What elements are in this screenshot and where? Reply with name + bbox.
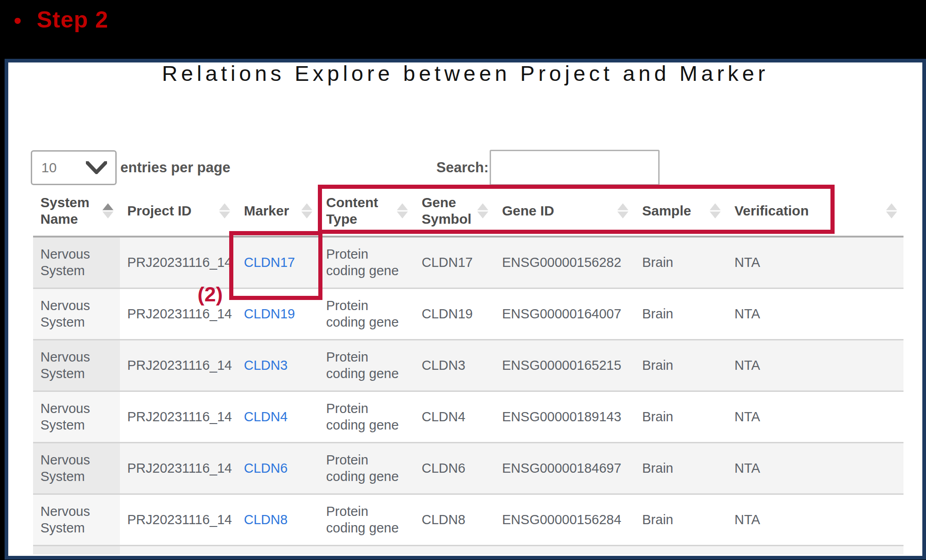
sort-icon xyxy=(301,204,312,219)
step-label: Step 2 xyxy=(37,6,108,33)
cell-project-id: PRJ20231116_14 xyxy=(120,442,237,494)
table-row: Nervous System PRJ20231116_14 CLDN3 Prot… xyxy=(33,339,903,391)
step-bullet-icon: • xyxy=(14,8,21,33)
marker-link[interactable]: CLDN4 xyxy=(244,409,288,424)
cell-content-type: Protein coding gene xyxy=(319,391,414,442)
cell-project-id: PRJ20231116_14 xyxy=(120,339,237,391)
sort-icon xyxy=(477,204,488,219)
marker-link[interactable]: CLDN3 xyxy=(244,358,288,373)
cell-verification: NTA xyxy=(727,391,903,442)
column-header-system-name[interactable]: System Name xyxy=(33,186,120,237)
marker-link[interactable]: CLDN6 xyxy=(244,461,288,475)
column-header-content-type[interactable]: Content Type xyxy=(319,186,414,237)
column-header-label: Content Type xyxy=(326,195,378,226)
cell-system-name: Nervous System xyxy=(33,391,120,442)
column-header-project-id[interactable]: Project ID xyxy=(120,186,237,237)
cell-system-name xyxy=(33,545,120,554)
column-header-label: Sample xyxy=(642,203,691,218)
cell-content-type: Protein coding gene xyxy=(319,288,414,339)
column-header-label: Gene ID xyxy=(502,203,554,218)
cell-content-type xyxy=(319,545,414,554)
cell-marker xyxy=(237,545,319,554)
cell-marker: CLDN17 xyxy=(237,237,319,288)
cell-sample: Brain xyxy=(635,442,727,494)
cell-project-id: PRJ20231116_14 xyxy=(120,237,237,288)
cell-sample xyxy=(635,545,727,554)
cell-gene-id xyxy=(495,545,635,554)
cell-project-id: PRJ20231116_14 xyxy=(120,494,237,545)
table-row: Nervous System PRJ20231116_14 CLDN19 Pro… xyxy=(33,288,903,339)
cell-marker: CLDN6 xyxy=(237,442,319,494)
column-header-label: Gene Symbol xyxy=(422,195,471,226)
cell-project-id: PRJ20231116_14 xyxy=(120,391,237,442)
column-header-gene-id[interactable]: Gene ID xyxy=(495,186,635,237)
table-header-row: System Name Project ID Marker Content Ty… xyxy=(33,186,903,237)
table-row: Nervous System PRJ20231116_14 CLDN17 Pro… xyxy=(33,237,903,288)
relations-table: System Name Project ID Marker Content Ty… xyxy=(33,186,903,554)
cell-sample: Brain xyxy=(635,288,727,339)
cell-verification: NTA xyxy=(727,494,903,545)
marker-link[interactable]: CLDN17 xyxy=(244,255,295,270)
cell-gene-id: ENSG00000165215 xyxy=(495,339,635,391)
search-label: Search: xyxy=(436,150,489,185)
cell-sample: Brain xyxy=(635,494,727,545)
relations-table-wrap: System Name Project ID Marker Content Ty… xyxy=(33,186,903,554)
cell-sample: Brain xyxy=(635,339,727,391)
column-header-sample[interactable]: Sample xyxy=(635,186,727,237)
marker-link[interactable]: CLDN19 xyxy=(244,306,295,321)
column-header-marker[interactable]: Marker xyxy=(237,186,319,237)
cell-verification xyxy=(727,545,903,554)
cell-gene-symbol: CLDN8 xyxy=(414,494,495,545)
cell-gene-id: ENSG00000184697 xyxy=(495,442,635,494)
cell-gene-symbol: CLDN6 xyxy=(414,442,495,494)
cell-gene-id: ENSG00000156284 xyxy=(495,494,635,545)
entries-per-page-label: entries per page xyxy=(120,150,230,185)
column-header-label: Verification xyxy=(734,203,809,218)
cell-verification: NTA xyxy=(727,442,903,494)
search-input[interactable] xyxy=(490,150,660,186)
sort-icon xyxy=(886,204,897,219)
sort-icon xyxy=(219,204,230,219)
cell-sample: Brain xyxy=(635,391,727,442)
sort-icon xyxy=(617,204,628,219)
cell-content-type: Protein coding gene xyxy=(319,494,414,545)
table-row: Nervous System PRJ20231116_14 CLDN6 Prot… xyxy=(33,442,903,494)
column-header-label: System Name xyxy=(40,195,90,226)
cell-sample: Brain xyxy=(635,237,727,288)
cell-content-type: Protein coding gene xyxy=(319,339,414,391)
cell-verification: NTA xyxy=(727,237,903,288)
cell-gene-symbol: CLDN4 xyxy=(414,391,495,442)
sort-icon xyxy=(397,204,408,219)
cell-gene-id: ENSG00000189143 xyxy=(495,391,635,442)
cell-system-name: Nervous System xyxy=(33,494,120,545)
cell-system-name: Nervous System xyxy=(33,237,120,288)
cell-verification: NTA xyxy=(727,339,903,391)
cell-gene-symbol: CLDN17 xyxy=(414,237,495,288)
column-header-gene-symbol[interactable]: Gene Symbol xyxy=(414,186,495,237)
annotation-step-marker: (2) xyxy=(198,283,223,306)
cell-system-name: Nervous System xyxy=(33,442,120,494)
cell-marker: CLDN19 xyxy=(237,288,319,339)
entries-per-page-select[interactable]: 10 xyxy=(31,150,117,185)
table-row-partial xyxy=(33,545,903,554)
cell-gene-symbol: CLDN19 xyxy=(414,288,495,339)
cell-gene-symbol: CLDN3 xyxy=(414,339,495,391)
column-header-label: Marker xyxy=(244,203,289,218)
sort-icon xyxy=(710,204,721,219)
column-header-label: Project ID xyxy=(127,203,192,218)
cell-gene-symbol xyxy=(414,545,495,554)
page-title: Relations Explore between Project and Ma… xyxy=(8,61,922,86)
sort-icon xyxy=(102,204,113,219)
table-row: Nervous System PRJ20231116_14 CLDN4 Prot… xyxy=(33,391,903,442)
cell-gene-id: ENSG00000156282 xyxy=(495,237,635,288)
entries-per-page-value: 10 xyxy=(41,160,56,175)
cell-marker: CLDN3 xyxy=(237,339,319,391)
cell-marker: CLDN4 xyxy=(237,391,319,442)
marker-link[interactable]: CLDN8 xyxy=(244,512,288,527)
chevron-down-icon xyxy=(86,161,107,174)
column-header-verification[interactable]: Verification xyxy=(727,186,903,237)
cell-gene-id: ENSG00000164007 xyxy=(495,288,635,339)
table-row: Nervous System PRJ20231116_14 CLDN8 Prot… xyxy=(33,494,903,545)
cell-content-type: Protein coding gene xyxy=(319,237,414,288)
cell-marker: CLDN8 xyxy=(237,494,319,545)
